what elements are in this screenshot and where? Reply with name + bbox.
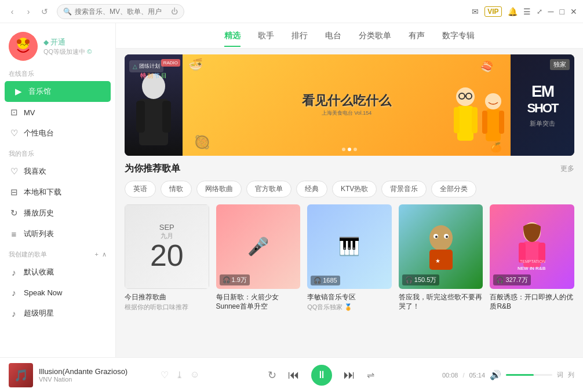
playlist-card-answer[interactable]: ★ 🎧 150.5万 答应我，听完这些歌不要再哭了！	[399, 204, 483, 312]
playlist-card-limin[interactable]: 🎹 🎧 1685 李敏镐音乐专区 QQ音乐独家 🏅	[307, 204, 392, 312]
queue-button[interactable]: 列	[568, 371, 574, 379]
user-profile: ◠◠ ◆ 开通 QQ等级加速中 ©	[0, 23, 115, 64]
volume-bar[interactable]	[506, 374, 552, 376]
playlist-card-temptation[interactable]: NEW IN R&B TEMPTATION 🎧 327.7万 百般诱惑：开口即撩…	[490, 204, 574, 312]
time-separator: /	[462, 372, 464, 379]
sidebar-item-history[interactable]: ↻ 播放历史	[0, 203, 115, 224]
filter-tabs: 英语 情歌 网络歌曲 官方歌单 经典 KTV热歌 背景音乐 全部分类	[125, 181, 574, 197]
my-music-label: 我的音乐	[0, 144, 115, 161]
playlist-thumb-daily: 🎤 🎧 1.9万	[216, 204, 301, 289]
sidebar-item-favorites[interactable]: ♡ 我喜欢	[0, 161, 115, 182]
filter-official[interactable]: 官方歌单	[246, 181, 292, 197]
svg-rect-17	[486, 109, 501, 141]
dot-2[interactable]	[348, 148, 351, 151]
sidebar-item-playlist[interactable]: ≡ 试听列表	[0, 224, 115, 244]
playlist-name-0: 今日推荐歌曲	[125, 292, 209, 302]
svg-point-25	[446, 236, 448, 238]
sidebar-item-local-download[interactable]: ⊟ 本地和下载	[0, 182, 115, 203]
playlist-card-calendar[interactable]: SEP 九月 20 今日推荐歌曲 根据你的听歌口味推荐	[125, 204, 209, 312]
sidebar-item-radio[interactable]: ♡ 个性电台	[0, 123, 115, 144]
play-count-4: 🎧 327.7万	[493, 274, 531, 285]
play-count-1: 🎧 1.9万	[220, 274, 250, 285]
filter-bgm[interactable]: 背景音乐	[381, 181, 427, 197]
next-button[interactable]: ⏭	[344, 368, 355, 382]
banner-left[interactable]: △ 团练计划 RADIO 特 别	[125, 54, 183, 156]
top-nav: 精选 歌手 排行 电台 分类歌单 有声 数字专辑	[116, 23, 583, 49]
dot-1[interactable]	[342, 148, 345, 151]
player-thumbnail[interactable]: 🎵	[9, 363, 33, 387]
filter-all[interactable]: 全部分类	[431, 181, 476, 197]
vip-badge[interactable]: VIP	[484, 6, 501, 17]
sidebar-item-superstar[interactable]: ♪ 超级明星	[0, 303, 115, 324]
filter-love[interactable]: 情歌	[161, 181, 192, 197]
tab-digital[interactable]: 数字专辑	[442, 25, 475, 47]
svg-text:TEMPTATION: TEMPTATION	[520, 259, 545, 263]
search-bar[interactable]: 🔍 ⏻	[57, 4, 184, 19]
banner-center[interactable]: 🍜 🍣 🥘 🍊 看见什么吃什么 上海美食电台 Vol.154	[183, 54, 511, 156]
avatar[interactable]: ◠◠	[9, 32, 38, 61]
sidebar-item-speak-now[interactable]: ♪ Speak Now	[0, 283, 115, 303]
download-button[interactable]: ⤓	[176, 369, 183, 380]
svg-point-16	[485, 93, 501, 109]
sidebar-item-mv[interactable]: ⊡ MV	[0, 102, 115, 123]
tab-geshou[interactable]: 歌手	[258, 25, 274, 47]
filter-english[interactable]: 英语	[125, 181, 156, 197]
sidebar-item-default-collect[interactable]: ♪ 默认收藏	[0, 262, 115, 283]
sidebar-item-music-hall[interactable]: ▶ 音乐馆	[5, 81, 111, 102]
history-icon: ↻	[9, 208, 19, 218]
search-input[interactable]	[75, 8, 167, 16]
dot-3[interactable]	[354, 148, 357, 151]
tab-paihang[interactable]: 排行	[292, 25, 308, 47]
like-button[interactable]: ♡	[161, 369, 169, 380]
playlist-thumb-answer: ★ 🎧 150.5万	[399, 204, 483, 289]
tab-jingxuan[interactable]: 精选	[224, 25, 241, 47]
filter-ktv[interactable]: KTV热歌	[332, 181, 377, 197]
back-button[interactable]: ‹	[6, 5, 19, 18]
refresh-button[interactable]: ↺	[38, 5, 51, 18]
shuffle-button[interactable]: ⇌	[367, 369, 374, 380]
card-emoji-2: 🎹	[338, 236, 360, 257]
tab-diantai[interactable]: 电台	[325, 25, 341, 47]
banner-right[interactable]: 独家 EM SHOT 新单突击	[511, 54, 574, 156]
play-pause-button[interactable]: ⏸	[311, 365, 332, 386]
maximize-button[interactable]: □	[560, 7, 564, 16]
lyrics-button[interactable]: 词	[557, 371, 563, 379]
playlist-thumb-limin: 🎹 🎧 1685	[307, 204, 392, 289]
filter-internet[interactable]: 网络歌曲	[196, 181, 242, 197]
filter-classic[interactable]: 经典	[296, 181, 327, 197]
created-actions: + ∧	[95, 251, 107, 258]
mail-icon[interactable]: ✉	[472, 7, 479, 16]
svg-rect-29	[523, 241, 541, 268]
player-track-title: Illusion(Andante Grazioso)	[39, 367, 155, 376]
headphone-icon-4: 🎧	[496, 276, 504, 284]
notification-icon[interactable]: 🔔	[508, 7, 518, 16]
prev-button[interactable]: ⏮	[288, 368, 300, 382]
vip-open-label[interactable]: 开通	[50, 37, 65, 47]
forward-button[interactable]: ›	[22, 5, 35, 18]
resize-icon[interactable]: ⤢	[537, 8, 542, 16]
tab-classify[interactable]: 分类歌单	[359, 25, 391, 47]
menu-icon[interactable]: ☰	[523, 7, 531, 16]
repeat-button[interactable]: ↻	[268, 369, 276, 382]
speak-now-label: Speak Now	[24, 288, 62, 297]
play-count-3: 🎧 150.5万	[402, 274, 440, 285]
volume-icon[interactable]: 🔊	[490, 369, 501, 380]
headphone-icon-2: 🎧	[314, 277, 322, 284]
collect-icon: ♪	[9, 268, 19, 277]
svg-text:★: ★	[435, 258, 440, 264]
svg-rect-19	[499, 111, 504, 134]
minimize-button[interactable]: ─	[548, 7, 554, 16]
playlist-card-daily[interactable]: 🎤 🎧 1.9万 每日新歌：火箭少女Sunnee首单升空	[216, 204, 301, 312]
close-button[interactable]: ✕	[570, 7, 577, 16]
collapse-button[interactable]: ∧	[102, 251, 107, 258]
playlist-sub-2: QQ音乐独家 🏅	[307, 303, 392, 312]
svg-rect-7	[136, 101, 145, 133]
radio-title-badge: 特 别 节 目	[127, 72, 180, 80]
more-button[interactable]: ☺	[190, 369, 199, 380]
svg-rect-10	[457, 106, 473, 141]
rec-more-button[interactable]: 更多	[560, 164, 574, 174]
tab-yousheng[interactable]: 有声	[409, 25, 425, 47]
add-playlist-button[interactable]: +	[95, 251, 99, 258]
speak-now-icon: ♪	[9, 288, 19, 298]
playlist-thumb-calendar: SEP 九月 20	[125, 204, 209, 289]
